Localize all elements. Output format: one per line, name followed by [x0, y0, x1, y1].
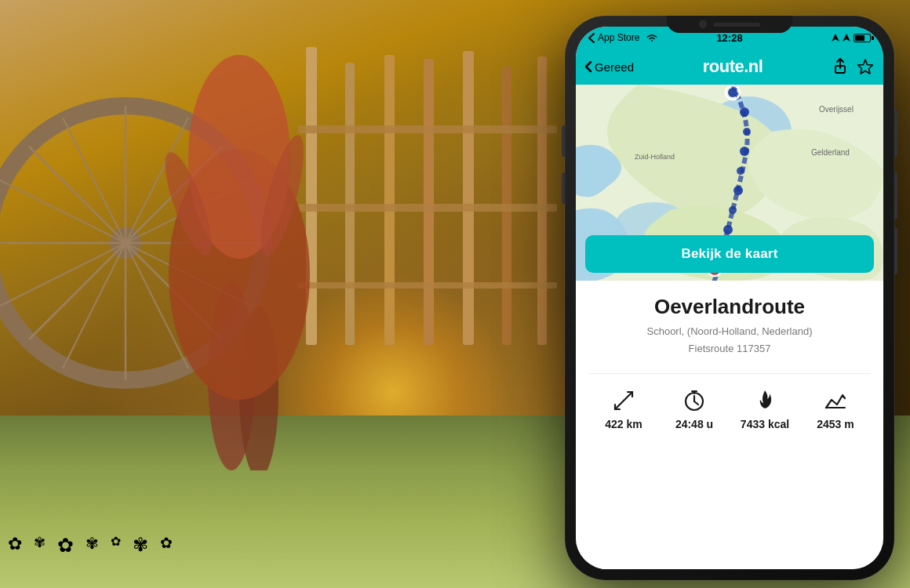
- phone-hardware-top: [667, 16, 792, 33]
- nav-action-icons: [832, 58, 874, 75]
- route-type: Fietsroute 117357: [689, 343, 771, 354]
- back-button[interactable]: Gereed: [585, 60, 634, 74]
- stats-row: 422 km 24:48: [588, 373, 871, 430]
- distance-value: 422 km: [605, 418, 642, 430]
- dandelion-row: ✿ ✾ ✿ ✾ ✿ ✾ ✿: [8, 534, 173, 557]
- bekijk-de-kaart-button[interactable]: Bekijk de kaart: [585, 235, 874, 273]
- calories-value: 7433 kcal: [741, 418, 789, 430]
- distance-icon: [612, 387, 635, 415]
- route-title: Oeverlandroute: [654, 295, 805, 319]
- svg-point-44: [733, 186, 743, 195]
- route-location: Schoorl, (Noord-Holland, Nederland): [647, 324, 813, 339]
- svg-point-41: [743, 128, 751, 136]
- svg-marker-26: [832, 34, 839, 42]
- wifi-icon: [646, 33, 658, 42]
- svg-point-39: [728, 88, 737, 97]
- svg-line-55: [694, 401, 698, 405]
- status-time: 12:28: [716, 32, 742, 44]
- svg-point-43: [737, 167, 744, 175]
- stat-distance: 422 km: [588, 387, 659, 430]
- elevation-icon: [824, 387, 847, 415]
- phone-camera: [699, 20, 707, 28]
- svg-rect-18: [384, 55, 395, 345]
- app-store-label[interactable]: App Store: [598, 32, 639, 43]
- svg-point-45: [729, 206, 737, 214]
- phone-screen: App Store 12:28: [576, 27, 883, 569]
- elevation-value: 2453 m: [817, 418, 854, 430]
- stat-elevation: 2453 m: [800, 387, 871, 430]
- phone-device: App Store 12:28: [565, 16, 894, 580]
- location-icon: [832, 34, 839, 42]
- time-icon: [682, 387, 706, 415]
- map-background: Overijssel Gelderland Zuid-Holland N.Bra…: [576, 85, 883, 281]
- svg-point-46: [723, 225, 733, 234]
- battery-icon: [854, 34, 871, 42]
- svg-line-52: [615, 392, 632, 409]
- person-silhouette: [94, 0, 369, 470]
- back-arrow-icon: [585, 61, 592, 72]
- app-title: route.nl: [703, 56, 763, 77]
- svg-marker-28: [858, 60, 873, 74]
- svg-rect-19: [424, 59, 434, 345]
- fire-icon: [753, 387, 777, 415]
- svg-rect-20: [463, 51, 474, 345]
- star-icon[interactable]: [857, 58, 874, 75]
- status-left: App Store: [588, 32, 658, 43]
- nav-bar: Gereed route.nl: [576, 49, 883, 85]
- svg-text:Overijssel: Overijssel: [819, 105, 854, 114]
- stat-time: 24:48 u: [659, 387, 730, 430]
- map-button-overlay: Bekijk de kaart: [585, 235, 874, 273]
- svg-text:Gelderland: Gelderland: [811, 148, 850, 157]
- status-right: [832, 34, 871, 42]
- share-icon[interactable]: [832, 58, 849, 75]
- map-area[interactable]: Overijssel Gelderland Zuid-Holland N.Bra…: [576, 85, 883, 281]
- back-chevron-icon: [588, 33, 595, 43]
- route-info-panel: Oeverlandroute Schoorl, (Noord-Holland, …: [576, 281, 883, 569]
- svg-point-42: [740, 147, 749, 156]
- svg-rect-22: [537, 56, 547, 345]
- time-value: 24:48 u: [675, 418, 713, 430]
- phone-outer-case: App Store 12:28: [565, 16, 894, 580]
- svg-point-40: [740, 107, 749, 117]
- back-label: Gereed: [595, 60, 634, 74]
- phone-speaker: [713, 23, 760, 27]
- svg-text:Zuid-Holland: Zuid-Holland: [635, 153, 675, 161]
- stat-calories: 7433 kcal: [730, 387, 800, 430]
- navigation-icon: [843, 34, 850, 42]
